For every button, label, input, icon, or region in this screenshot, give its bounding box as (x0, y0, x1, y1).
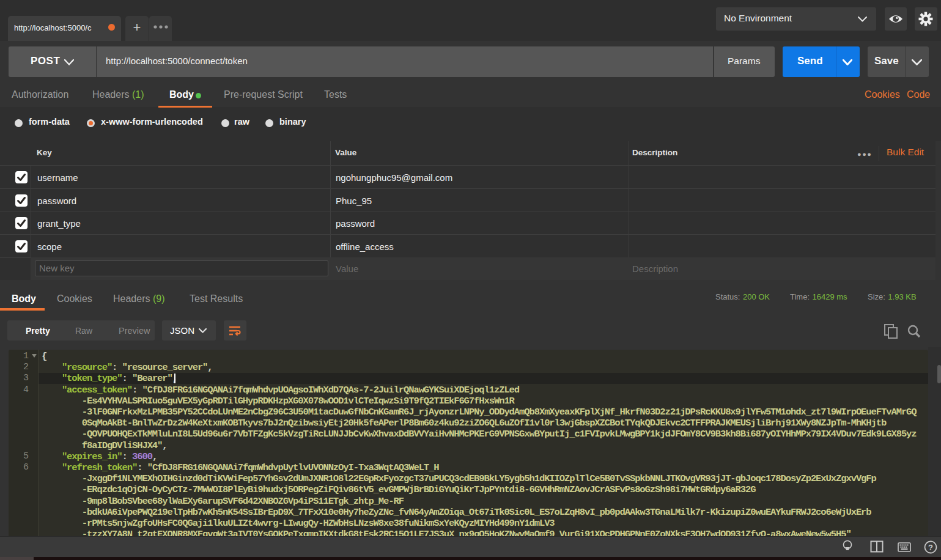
svg-text:?: ? (928, 543, 933, 552)
